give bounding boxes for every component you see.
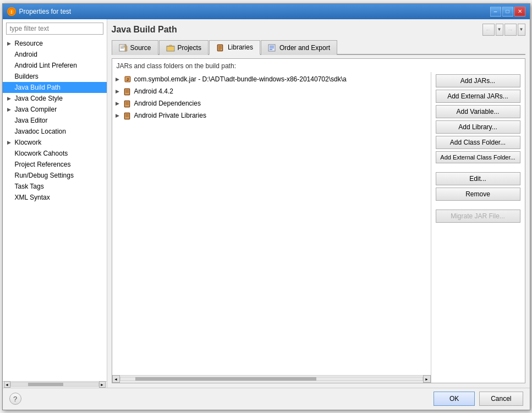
add-external-jars-button[interactable]: Add External JARs... [436, 90, 520, 103]
tree-item-label: com.symbol.emdk.jar - D:\ADT\adt-bundle-… [134, 75, 347, 83]
window-title: Properties for test [19, 8, 72, 15]
sidebar-item-klocwork[interactable]: ▶ Klocwork [3, 137, 107, 148]
tab-libraries[interactable]: Libraries [209, 40, 260, 55]
sidebar-item-label: Klocwork Cahoots [15, 150, 68, 157]
scroll-track[interactable] [10, 382, 99, 387]
window-icon: ! [7, 7, 16, 16]
svg-text:J: J [127, 78, 129, 81]
button-separator [436, 166, 520, 170]
sidebar-item-android-lint[interactable]: Android Lint Preferen [3, 60, 107, 71]
add-library-button[interactable]: Add Library... [436, 120, 520, 134]
forward-dropdown[interactable]: ▼ [518, 24, 525, 36]
source-tab-icon [119, 43, 128, 52]
tree-expand-icon: ▶ [116, 76, 121, 82]
tab-order-export[interactable]: Order and Export [261, 40, 337, 55]
sidebar-item-label: Run/Debug Settings [15, 172, 74, 179]
projects-tab-icon [166, 43, 175, 52]
buttons-panel: Add JARs... Add External JARs... Add Var… [431, 72, 525, 383]
sidebar-item-label: Klocwork [15, 139, 42, 146]
sidebar-item-label: Android Lint Preferen [15, 62, 77, 69]
sidebar-item-run-debug[interactable]: Run/Debug Settings [3, 170, 107, 181]
add-variable-button[interactable]: Add Variable... [436, 105, 520, 118]
tree-expand-icon: ▶ [116, 101, 121, 106]
svg-rect-11 [218, 45, 222, 51]
tree-panel: ▶ J com.symbol.emdk.jar - D:\ADT\adt-bun… [112, 72, 431, 383]
sidebar-item-java-editor[interactable]: Java Editor [3, 115, 107, 126]
sidebar-scrollbar[interactable]: ◄ ► [3, 381, 107, 388]
expand-icon: ▶ [7, 96, 13, 101]
scroll-thumb[interactable] [28, 383, 63, 386]
sidebar-item-javadoc-location[interactable]: Javadoc Location [3, 126, 107, 137]
scroll-right-btn[interactable]: ► [423, 375, 431, 383]
tree-item-android-private[interactable]: ▶ Android Private Libraries [112, 109, 431, 122]
svg-rect-34 [125, 113, 129, 119]
sidebar-item-task-tags[interactable]: Task Tags [3, 181, 107, 192]
svg-marker-7 [125, 44, 127, 51]
lib-icon [123, 87, 132, 96]
sidebar-item-label: Resource [15, 40, 43, 47]
sidebar-item-label: Java Compiler [15, 106, 57, 113]
content-label: JARs and class folders on the build path… [112, 59, 525, 72]
maximize-button[interactable]: □ [502, 7, 513, 16]
sidebar-list: ▶ Resource Android Android Lint Preferen… [3, 38, 107, 381]
tree-item-android-deps[interactable]: ▶ Android Dependencies [112, 97, 431, 109]
add-jars-button[interactable]: Add JARs... [436, 74, 520, 87]
svg-text:!: ! [10, 9, 12, 15]
h-scroll-thumb[interactable] [135, 377, 316, 381]
title-bar-left: ! Properties for test [7, 7, 72, 16]
back-button[interactable]: ← [482, 24, 495, 36]
sidebar-item-label: Task Tags [15, 183, 44, 190]
add-class-folder-button[interactable]: Add Class Folder... [436, 136, 520, 149]
tab-projects[interactable]: Projects [159, 40, 209, 55]
scroll-right-btn[interactable]: ► [99, 381, 106, 388]
help-button[interactable]: ? [9, 393, 21, 405]
panel-header: Java Build Path ← ▼ → ▼ [112, 24, 525, 36]
back-dropdown[interactable]: ▼ [496, 24, 503, 36]
cancel-button[interactable]: Cancel [479, 392, 523, 406]
lib-icon [123, 111, 132, 120]
sidebar-item-label: Java Editor [15, 117, 48, 124]
forward-button[interactable]: → [504, 24, 517, 36]
migrate-jar-button[interactable]: Migrate JAR File... [436, 210, 520, 223]
tree-area: ▶ J com.symbol.emdk.jar - D:\ADT\adt-bun… [112, 72, 525, 383]
tree-item-emdk[interactable]: ▶ J com.symbol.emdk.jar - D:\ADT\adt-bun… [112, 73, 431, 85]
edit-button[interactable]: Edit... [436, 172, 520, 185]
scroll-left-btn[interactable]: ◄ [112, 375, 120, 383]
tree-item-android-442[interactable]: ▶ Android 4.4.2 [112, 85, 431, 97]
sidebar-item-xml-syntax[interactable]: XML Syntax [3, 192, 107, 203]
sidebar-item-klocwork-cahoots[interactable]: Klocwork Cahoots [3, 148, 107, 159]
order-export-tab-icon [268, 43, 277, 52]
sidebar-item-resource[interactable]: ▶ Resource [3, 38, 107, 49]
sidebar-item-label: Java Code Style [15, 95, 63, 102]
h-scrollbar[interactable]: ◄ ► [112, 375, 431, 383]
sidebar-item-label: Javadoc Location [15, 128, 66, 135]
h-scroll-track[interactable] [120, 377, 423, 381]
sidebar-item-builders[interactable]: Builders [3, 71, 107, 82]
tree-content[interactable]: ▶ J com.symbol.emdk.jar - D:\ADT\adt-bun… [112, 72, 431, 375]
close-button[interactable]: ✕ [514, 7, 525, 16]
minimize-button[interactable]: – [490, 7, 501, 16]
sidebar-item-java-compiler[interactable]: ▶ Java Compiler [3, 104, 107, 115]
main-panel: Java Build Path ← ▼ → ▼ [107, 19, 530, 388]
tab-source-label: Source [130, 44, 151, 52]
scroll-left-btn[interactable]: ◄ [4, 381, 10, 388]
sidebar-item-java-code-style[interactable]: ▶ Java Code Style [3, 93, 107, 104]
remove-button[interactable]: Remove [436, 188, 520, 201]
libraries-tab-icon [216, 43, 225, 52]
tabs-container: Source Projects [112, 39, 525, 55]
ok-cancel-buttons: OK Cancel [434, 392, 523, 406]
svg-rect-8 [167, 46, 174, 51]
lib-icon [123, 99, 132, 108]
filter-input[interactable] [6, 23, 103, 35]
tab-order-export-label: Order and Export [279, 44, 330, 52]
ok-button[interactable]: OK [434, 392, 475, 406]
svg-rect-29 [125, 101, 129, 107]
svg-rect-3 [120, 46, 122, 46]
tab-source[interactable]: Source [112, 40, 158, 55]
sidebar-item-project-references[interactable]: Project References [3, 159, 107, 170]
tab-projects-label: Projects [178, 44, 201, 52]
sidebar-item-android[interactable]: Android [3, 49, 107, 60]
svg-rect-6 [120, 48, 124, 48]
sidebar-item-java-build-path[interactable]: Java Build Path [3, 82, 107, 93]
add-external-class-folder-button[interactable]: Add External Class Folder... [436, 151, 520, 163]
